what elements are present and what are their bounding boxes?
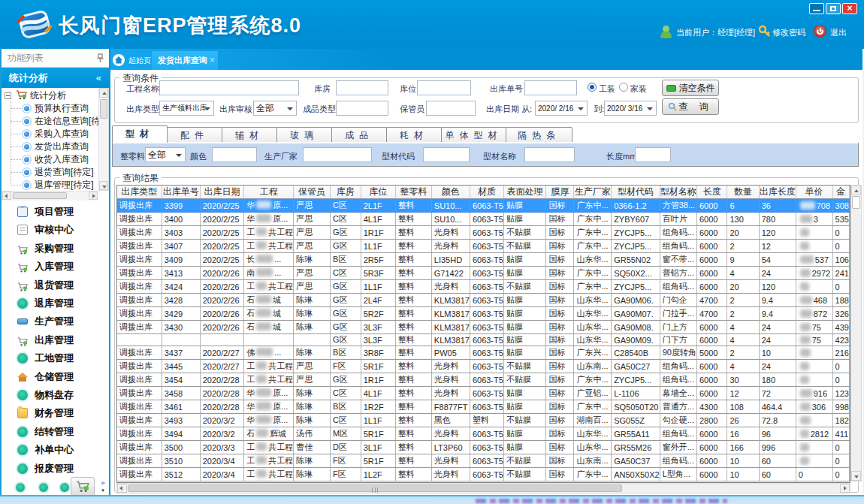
- tab-home[interactable]: 起始页: [113, 52, 151, 70]
- table-row[interactable]: 调拨出库34932020/3/2华原...陈琳C区1L1F整料黑色塑料不贴膜国标…: [117, 414, 850, 427]
- column-header[interactable]: 库房: [330, 186, 361, 199]
- sidebar-menu-10[interactable]: 仓储管理: [2, 368, 109, 386]
- pin-icon[interactable]: [97, 53, 103, 62]
- table-horizontal-scrollbar[interactable]: [116, 483, 850, 493]
- table-row[interactable]: G区3L3F整料KLM38176063-T5贴膜国标山东华...GA90M09.…: [117, 334, 850, 346]
- sidebar-menu-11[interactable]: 物料盘存: [2, 386, 109, 404]
- sidebar-menu-12[interactable]: 财务管理: [2, 404, 109, 422]
- material-tab-5[interactable]: 成品: [331, 127, 387, 143]
- column-header[interactable]: 颜色: [431, 186, 470, 199]
- outbound-type-select[interactable]: 生产领料出库: [159, 101, 214, 116]
- table-row[interactable]: 调拨出库34582020/2/28华原...陈琳C区4L1F整料光身料6063-…: [117, 387, 850, 400]
- material-tab-4[interactable]: 玻璃: [276, 127, 332, 143]
- sidebar-menu-4[interactable]: 入库管理: [2, 258, 109, 276]
- search-button[interactable]: 查 询: [662, 98, 719, 115]
- table-row[interactable]: 调拨出库34002020/2/25华原...严思C区4L1F整料SU10...6…: [117, 213, 850, 226]
- change-password-link[interactable]: 修改密码: [772, 26, 805, 39]
- profile-code-input[interactable]: [423, 147, 470, 162]
- table-row[interactable]: 调拨出库35102020/3/4工共工程陈琳F区5R1F整料光身料6063-T5…: [117, 454, 850, 468]
- logout-link[interactable]: 退出: [830, 26, 847, 39]
- manufacturer-input[interactable]: [303, 147, 372, 162]
- sidebar-menu-13[interactable]: 结转管理: [2, 423, 109, 441]
- material-tab-1[interactable]: 型材: [112, 125, 168, 143]
- column-header[interactable]: 数量: [727, 186, 759, 199]
- tree-root-statistics[interactable]: 统计分析: [5, 89, 66, 102]
- table-row[interactable]: 调拨出库34092020/2/25长...陈琳B区2R5F整料LI35HD606…: [117, 253, 850, 267]
- column-header[interactable]: 材质: [470, 186, 503, 199]
- cart-button[interactable]: [71, 477, 95, 496]
- minimize-button[interactable]: [809, 3, 824, 14]
- column-header[interactable]: 单价: [796, 186, 832, 199]
- table-row[interactable]: 调拨出库34292020/2/26石城陈琳G区5R2F整料KLM38176063…: [117, 307, 850, 321]
- sidebar-menu-15[interactable]: 报废管理: [2, 460, 109, 478]
- tree-expander-icon[interactable]: [5, 92, 11, 99]
- dot-icon[interactable]: [39, 483, 48, 492]
- location-input[interactable]: [417, 80, 471, 95]
- tree-item[interactable]: 收货入库查询: [23, 153, 89, 166]
- table-row[interactable]: 调拨出库35122020/3/4工共工程陈琳F区1L2F整料光身料6063-T5…: [117, 468, 850, 481]
- table-row[interactable]: 调拨出库34032020/2/25工共工程严思G区1R1F整料光身料6063-T…: [117, 226, 850, 240]
- warehouse-input[interactable]: [336, 80, 388, 95]
- column-header[interactable]: 型材名称: [660, 186, 696, 199]
- sidebar-menu-8[interactable]: 出库管理: [2, 331, 109, 349]
- material-tab-8[interactable]: 隔热条: [506, 127, 572, 143]
- column-header[interactable]: 金: [832, 186, 849, 199]
- date-to-select[interactable]: 2020/ 3/16: [604, 101, 657, 116]
- project-name-input[interactable]: [159, 80, 299, 95]
- sidebar-menu-2[interactable]: 审核中心: [2, 221, 109, 239]
- tab-shipping-outbound-query[interactable]: 发货出库查询 ×: [152, 51, 218, 70]
- table-row[interactable]: 调拨出库34282020/2/26石城陈琳G区2L4F整料KLM38176063…: [117, 294, 850, 307]
- tree-item[interactable]: 采购入库查询: [23, 128, 89, 140]
- table-row[interactable]: 调拨出库34942020/3/2石辉城汤伟M区5R1F整料光身料6063-T5贴…: [117, 427, 850, 441]
- product-type-input[interactable]: [336, 101, 388, 116]
- table-row[interactable]: 调拨出库34372020/2/27佛...陈琳B区3R8F整料PW056063-…: [117, 346, 850, 360]
- column-header[interactable]: 出库日期: [200, 186, 243, 199]
- dot-icon[interactable]: [16, 483, 25, 492]
- table-row[interactable]: 调拨出库34072020/2/25工共工程严思G区1L1F整料光身料6063-T…: [117, 240, 850, 253]
- table-row[interactable]: 调拨出库34302020/2/26石城陈琳G区3L3F整料KLM38176063…: [117, 321, 850, 334]
- radio-home-decor[interactable]: [619, 83, 628, 92]
- profile-name-input[interactable]: [524, 147, 575, 162]
- color-input[interactable]: [212, 147, 257, 162]
- sidebar-menu-3[interactable]: 采购管理: [2, 240, 109, 258]
- tab-close-icon[interactable]: ×: [210, 51, 215, 70]
- material-tab-2[interactable]: 配件: [167, 127, 222, 143]
- more-menu-button[interactable]: »▾: [98, 480, 107, 493]
- table-vertical-scrollbar[interactable]: [850, 185, 862, 481]
- sidebar-menu-1[interactable]: 项目管理: [2, 203, 109, 221]
- dot-icon[interactable]: [60, 483, 69, 492]
- collapse-icon[interactable]: «: [96, 68, 101, 88]
- column-header[interactable]: 工程: [244, 186, 294, 199]
- column-header[interactable]: 库位: [361, 186, 395, 199]
- tree-item[interactable]: 退库管理[待定]: [23, 179, 94, 191]
- date-from-select[interactable]: 2020/ 2/16: [535, 101, 588, 116]
- close-button[interactable]: ×: [842, 3, 857, 14]
- column-header[interactable]: 出库长度: [759, 186, 796, 199]
- sidebar-section-statistics[interactable]: 统计分析 «: [2, 68, 109, 88]
- table-row[interactable]: 调拨出库35002020/3/3工共工程曹佳D区3L1F整料LT3P606063…: [117, 441, 850, 454]
- column-header[interactable]: 膜厚: [546, 186, 574, 199]
- sidebar-menu-5[interactable]: 退货管理: [2, 276, 109, 294]
- radio-work-clothes[interactable]: [588, 83, 597, 92]
- tree-horizontal-scrollbar[interactable]: [2, 191, 98, 201]
- maximize-button[interactable]: [826, 3, 841, 14]
- sidebar-menu-7[interactable]: 生产管理: [2, 312, 109, 330]
- sidebar-menu-14[interactable]: 补单中心: [2, 441, 109, 459]
- tree-item[interactable]: 在途信息查询[待: [23, 115, 99, 128]
- tree-item[interactable]: 发货出库查询: [23, 140, 89, 153]
- column-header[interactable]: 型材代码: [612, 186, 660, 199]
- keeper-input[interactable]: [426, 101, 476, 116]
- sidebar-menu-6[interactable]: 退库管理: [2, 294, 109, 312]
- table-row[interactable]: 调拨出库34612020/2/28华原...陈琳B区1R2F整料F8877FT6…: [117, 400, 850, 414]
- column-header[interactable]: 整零料: [395, 186, 431, 199]
- tree-vertical-scrollbar[interactable]: [98, 88, 109, 191]
- column-header[interactable]: 出库单号: [162, 186, 200, 199]
- tree-item[interactable]: 退货查询[待定]: [23, 166, 94, 179]
- column-header[interactable]: 保管员: [294, 186, 331, 199]
- column-header[interactable]: 出库类型: [117, 186, 162, 199]
- audit-select[interactable]: 全部: [253, 101, 297, 116]
- column-header[interactable]: 表面处理: [503, 186, 546, 199]
- length-input[interactable]: [635, 147, 671, 162]
- material-tab-6[interactable]: 耗材: [386, 127, 442, 143]
- table-row[interactable]: 调拨出库34542020/2/28工共工程严思G区1R1F整料光身料6063-T…: [117, 373, 850, 387]
